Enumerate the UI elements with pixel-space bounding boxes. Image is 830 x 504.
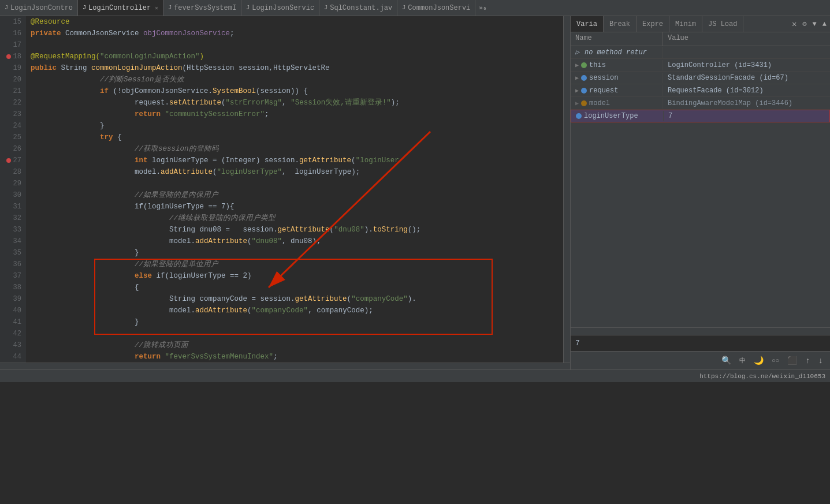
- right-panel-tabs: Varia Break Expre Minim JS Load ✕ ⚙ ▼: [571, 16, 830, 32]
- expand-this[interactable]: ▶: [575, 62, 579, 69]
- code-33c: ).: [364, 224, 373, 236]
- tab-label-5: SqlConstant.jav: [330, 4, 392, 12]
- type-33: String dnu08 =: [169, 224, 243, 236]
- code-line-18: @RequestMapping("commonLoginJumpAction"): [31, 51, 563, 62]
- var-value-loginusertype: 7: [664, 111, 829, 121]
- var-label-loginusertype: loginUserType: [584, 112, 638, 120]
- status-url: https://blog.cs.ne/weixin_d110653: [699, 373, 825, 380]
- indent-39: [31, 293, 169, 305]
- java-icon-2: J: [83, 5, 86, 11]
- type-string-19: String: [61, 62, 92, 74]
- kw-try: try: [100, 132, 113, 143]
- ln-33: 33: [5, 224, 21, 236]
- ln-30: 30: [5, 189, 21, 201]
- code-line-38: {: [31, 282, 563, 293]
- toolbar-moon-btn[interactable]: 🌙: [751, 354, 766, 367]
- expand-model[interactable]: ▶: [575, 100, 579, 107]
- str-34: "dnu08": [252, 236, 282, 247]
- model-28: model.: [135, 166, 161, 178]
- params-19: (HttpSession session,HttpServletRe: [183, 62, 330, 74]
- var-label-this: this: [589, 61, 606, 69]
- toolbar-down-btn[interactable]: ↓: [816, 355, 825, 367]
- h-scrollbar[interactable]: [0, 363, 570, 369]
- panel-settings-icon[interactable]: ⚙: [801, 18, 807, 29]
- code-31: if(loginUserType == 7){: [135, 201, 235, 212]
- col-name-header: Name: [571, 32, 663, 46]
- toolbar-circles-btn[interactable]: ○○: [769, 356, 781, 365]
- tab-commonjsonservi[interactable]: J CommonJsonServi: [397, 0, 475, 16]
- code-28b: (: [213, 166, 217, 178]
- ln-15: 15: [5, 16, 21, 28]
- variables-panel: Name Value ▷ no method retur: [571, 32, 830, 327]
- panel-expand-icon[interactable]: ▲: [821, 19, 828, 29]
- panel-arrow-icon[interactable]: ▼: [812, 19, 818, 29]
- indent-28: [31, 166, 135, 178]
- code-line-28: model.addAttribute("loginUserType", logi…: [31, 166, 563, 178]
- ln-19: 19: [5, 62, 21, 74]
- tab-expressions[interactable]: Expre: [637, 16, 669, 32]
- var-value-session: StandardSessionFacade (id=67): [663, 73, 830, 83]
- code-line-36: //如果登陆的是单位用户: [31, 259, 563, 270]
- code-line-23: return "communitySessionError" ;: [31, 109, 563, 120]
- tab-close-icon[interactable]: ✕: [155, 5, 158, 12]
- session-33: session.: [243, 224, 278, 236]
- code-37: if(loginUserType == 2): [152, 270, 252, 282]
- indent-23: [31, 109, 135, 120]
- code-21b: (session)) {: [256, 85, 308, 97]
- toolbar-up-btn[interactable]: ↑: [803, 355, 812, 367]
- toolbar-cn-btn[interactable]: 中: [737, 355, 748, 366]
- tab-label-3: feverSvsSystemI: [174, 4, 236, 12]
- tab-sqlconstant[interactable]: J SqlConstant.jav: [319, 0, 397, 16]
- java-icon-6: J: [402, 5, 405, 11]
- toolbar-search-btn[interactable]: 🔍: [719, 354, 734, 367]
- comma-28: , loginUserType);: [282, 166, 360, 178]
- tab-loginjsonservic[interactable]: J LoginJsonServic: [241, 0, 319, 16]
- indent-37: [31, 270, 135, 282]
- var-name-loginusertype: loginUserType: [571, 111, 664, 121]
- tab-feversyssysteml[interactable]: J feverSvsSystemI: [163, 0, 241, 16]
- tab-break[interactable]: Break: [604, 16, 637, 32]
- ln-23: 23: [5, 109, 21, 120]
- expand-request[interactable]: ▶: [575, 87, 579, 94]
- ln-44: 44: [5, 351, 21, 363]
- v-scrollbar[interactable]: [563, 16, 570, 363]
- code-line-35: }: [31, 247, 563, 259]
- close-22: );: [391, 97, 400, 109]
- str-44: "feverSvsSystemMenuIndex": [165, 351, 274, 363]
- ln-37: 37: [5, 270, 21, 282]
- indent-22: [31, 97, 135, 109]
- tab-bar: J LoginJsonContro J LoginController ✕ J …: [0, 0, 830, 16]
- code-line-20: //判断Session是否失效: [31, 74, 563, 85]
- code-lines-area: @Resource private CommonJsonService objC…: [26, 16, 563, 363]
- tab-overflow[interactable]: »₆: [475, 4, 490, 12]
- tab-minimize[interactable]: Minim: [669, 16, 702, 32]
- var-label-session: session: [589, 74, 618, 82]
- tab-label: LoginJsonContro: [10, 4, 73, 12]
- tab-variables[interactable]: Varia: [571, 16, 604, 32]
- ln-27: 27: [5, 155, 21, 166]
- java-icon-4: J: [246, 5, 250, 11]
- str-22b: "Session失效,请重新登录!": [291, 97, 391, 109]
- ln-24: 24: [5, 120, 21, 132]
- no-method-value: [663, 51, 830, 54]
- str-27: "loginUser: [356, 155, 399, 166]
- toolbar-stop-btn[interactable]: ⬛: [785, 354, 799, 367]
- ln-28: 28: [5, 166, 21, 178]
- panel-close-icon[interactable]: ✕: [791, 18, 798, 30]
- variables-content: ▷ no method retur ▶ this LoginController…: [571, 46, 830, 327]
- indent-33: [31, 224, 169, 236]
- tab-loginjsoncontro[interactable]: J LoginJsonContro: [0, 0, 78, 16]
- code-line-22: request.setAttribute("strErrorMsg", "Ses…: [31, 97, 563, 109]
- ln-21: 21: [5, 85, 21, 97]
- type-16: CommonJsonService: [61, 28, 144, 39]
- ln-38: 38: [5, 282, 21, 293]
- tab-logincontroller[interactable]: J LoginController ✕: [78, 0, 163, 16]
- method-39: getAttribute: [295, 293, 347, 305]
- tab-jsload[interactable]: JS Load: [702, 16, 743, 32]
- bottom-scrollbar-h[interactable]: [571, 328, 830, 335]
- expand-session[interactable]: ▶: [575, 74, 579, 81]
- comment-43: //跳转成功页面: [31, 339, 188, 351]
- col-value-header: Value: [663, 32, 830, 46]
- var-row-session: ▶ session StandardSessionFacade (id=67): [571, 72, 830, 84]
- method-21: SystemBool: [213, 85, 256, 97]
